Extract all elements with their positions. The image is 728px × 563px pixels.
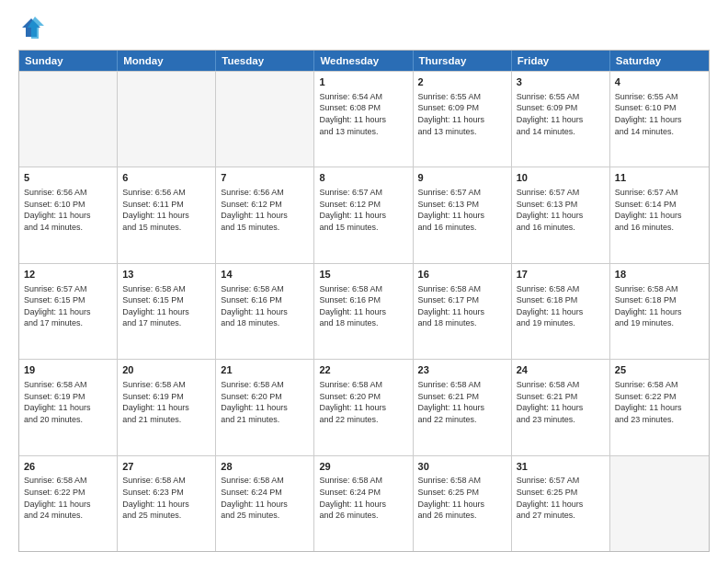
day-number: 31 (517, 460, 605, 474)
calendar-day-11: 11Sunrise: 6:57 AM Sunset: 6:14 PM Dayli… (610, 167, 709, 262)
header (18, 15, 710, 40)
day-info: Sunrise: 6:58 AM Sunset: 6:18 PM Dayligh… (615, 283, 704, 329)
day-info: Sunrise: 6:58 AM Sunset: 6:24 PM Dayligh… (221, 475, 309, 521)
calendar-day-24: 24Sunrise: 6:58 AM Sunset: 6:21 PM Dayli… (512, 360, 610, 454)
day-header-sunday: Sunday (19, 51, 118, 71)
day-number: 17 (517, 268, 605, 282)
calendar-day-empty-0-0 (19, 72, 118, 167)
day-info: Sunrise: 6:58 AM Sunset: 6:23 PM Dayligh… (122, 475, 210, 521)
calendar-body: 1Sunrise: 6:54 AM Sunset: 6:08 PM Daylig… (19, 71, 709, 551)
day-info: Sunrise: 6:58 AM Sunset: 6:21 PM Dayligh… (418, 379, 506, 425)
day-info: Sunrise: 6:57 AM Sunset: 6:13 PM Dayligh… (517, 187, 605, 233)
calendar-day-5: 5Sunrise: 6:56 AM Sunset: 6:10 PM Daylig… (19, 167, 118, 262)
day-info: Sunrise: 6:58 AM Sunset: 6:15 PM Dayligh… (122, 283, 210, 329)
day-info: Sunrise: 6:58 AM Sunset: 6:25 PM Dayligh… (418, 475, 506, 521)
calendar-day-4: 4Sunrise: 6:55 AM Sunset: 6:10 PM Daylig… (610, 72, 709, 167)
calendar-day-27: 27Sunrise: 6:58 AM Sunset: 6:23 PM Dayli… (118, 456, 216, 551)
calendar-day-12: 12Sunrise: 6:57 AM Sunset: 6:15 PM Dayli… (19, 264, 118, 359)
calendar-day-empty-0-1 (118, 72, 216, 167)
calendar-day-18: 18Sunrise: 6:58 AM Sunset: 6:18 PM Dayli… (610, 264, 709, 359)
day-number: 6 (122, 171, 210, 185)
calendar-day-13: 13Sunrise: 6:58 AM Sunset: 6:15 PM Dayli… (118, 264, 216, 359)
day-info: Sunrise: 6:58 AM Sunset: 6:16 PM Dayligh… (221, 283, 309, 329)
day-number: 19 (24, 363, 112, 377)
day-number: 9 (418, 171, 506, 185)
calendar-week-2: 5Sunrise: 6:56 AM Sunset: 6:10 PM Daylig… (19, 167, 709, 262)
day-info: Sunrise: 6:58 AM Sunset: 6:17 PM Dayligh… (418, 283, 506, 329)
calendar-day-21: 21Sunrise: 6:58 AM Sunset: 6:20 PM Dayli… (216, 360, 314, 454)
day-number: 22 (319, 363, 407, 377)
calendar-day-1: 1Sunrise: 6:54 AM Sunset: 6:08 PM Daylig… (314, 72, 413, 167)
day-number: 7 (221, 171, 309, 185)
logo-icon (18, 15, 44, 40)
day-number: 25 (615, 363, 704, 377)
calendar-week-3: 12Sunrise: 6:57 AM Sunset: 6:15 PM Dayli… (19, 263, 709, 359)
day-number: 28 (221, 460, 309, 474)
calendar-day-30: 30Sunrise: 6:58 AM Sunset: 6:25 PM Dayli… (414, 456, 512, 551)
day-number: 27 (122, 460, 210, 474)
day-info: Sunrise: 6:56 AM Sunset: 6:10 PM Dayligh… (24, 187, 112, 233)
day-info: Sunrise: 6:58 AM Sunset: 6:19 PM Dayligh… (24, 379, 112, 425)
day-number: 29 (319, 460, 407, 474)
page: SundayMondayTuesdayWednesdayThursdayFrid… (0, 0, 728, 563)
calendar-header-row: SundayMondayTuesdayWednesdayThursdayFrid… (19, 51, 709, 71)
day-number: 20 (122, 363, 210, 377)
calendar-day-9: 9Sunrise: 6:57 AM Sunset: 6:13 PM Daylig… (414, 167, 512, 262)
logo (18, 15, 48, 40)
calendar-week-1: 1Sunrise: 6:54 AM Sunset: 6:08 PM Daylig… (19, 71, 709, 167)
calendar-week-5: 26Sunrise: 6:58 AM Sunset: 6:22 PM Dayli… (19, 455, 709, 551)
calendar-day-14: 14Sunrise: 6:58 AM Sunset: 6:16 PM Dayli… (216, 264, 314, 359)
calendar-week-4: 19Sunrise: 6:58 AM Sunset: 6:19 PM Dayli… (19, 359, 709, 454)
day-info: Sunrise: 6:55 AM Sunset: 6:10 PM Dayligh… (615, 91, 704, 137)
day-number: 24 (517, 363, 605, 377)
calendar: SundayMondayTuesdayWednesdayThursdayFrid… (18, 50, 710, 552)
calendar-day-31: 31Sunrise: 6:57 AM Sunset: 6:25 PM Dayli… (512, 456, 610, 551)
day-number: 1 (319, 75, 407, 89)
calendar-day-10: 10Sunrise: 6:57 AM Sunset: 6:13 PM Dayli… (512, 167, 610, 262)
calendar-day-25: 25Sunrise: 6:58 AM Sunset: 6:22 PM Dayli… (610, 360, 709, 454)
day-number: 21 (221, 363, 309, 377)
day-number: 11 (615, 171, 704, 185)
calendar-day-16: 16Sunrise: 6:58 AM Sunset: 6:17 PM Dayli… (414, 264, 512, 359)
calendar-day-6: 6Sunrise: 6:56 AM Sunset: 6:11 PM Daylig… (118, 167, 216, 262)
calendar-day-7: 7Sunrise: 6:56 AM Sunset: 6:12 PM Daylig… (216, 167, 314, 262)
day-info: Sunrise: 6:58 AM Sunset: 6:21 PM Dayligh… (517, 379, 605, 425)
day-number: 15 (319, 268, 407, 282)
day-info: Sunrise: 6:58 AM Sunset: 6:22 PM Dayligh… (24, 475, 112, 521)
day-info: Sunrise: 6:58 AM Sunset: 6:20 PM Dayligh… (319, 379, 407, 425)
calendar-day-19: 19Sunrise: 6:58 AM Sunset: 6:19 PM Dayli… (19, 360, 118, 454)
calendar-day-empty-0-2 (216, 72, 314, 167)
day-info: Sunrise: 6:58 AM Sunset: 6:20 PM Dayligh… (221, 379, 309, 425)
calendar-day-2: 2Sunrise: 6:55 AM Sunset: 6:09 PM Daylig… (414, 72, 512, 167)
calendar-day-15: 15Sunrise: 6:58 AM Sunset: 6:16 PM Dayli… (314, 264, 413, 359)
day-number: 30 (418, 460, 506, 474)
day-header-friday: Friday (512, 51, 610, 71)
day-header-wednesday: Wednesday (314, 51, 413, 71)
day-info: Sunrise: 6:58 AM Sunset: 6:18 PM Dayligh… (517, 283, 605, 329)
day-number: 3 (517, 75, 605, 89)
calendar-day-20: 20Sunrise: 6:58 AM Sunset: 6:19 PM Dayli… (118, 360, 216, 454)
calendar-day-28: 28Sunrise: 6:58 AM Sunset: 6:24 PM Dayli… (216, 456, 314, 551)
calendar-day-17: 17Sunrise: 6:58 AM Sunset: 6:18 PM Dayli… (512, 264, 610, 359)
calendar-day-empty-4-6 (610, 456, 709, 551)
day-info: Sunrise: 6:58 AM Sunset: 6:16 PM Dayligh… (319, 283, 407, 329)
day-number: 5 (24, 171, 112, 185)
day-header-tuesday: Tuesday (216, 51, 314, 71)
day-info: Sunrise: 6:57 AM Sunset: 6:25 PM Dayligh… (517, 475, 605, 521)
day-number: 26 (24, 460, 112, 474)
day-info: Sunrise: 6:54 AM Sunset: 6:08 PM Dayligh… (319, 91, 407, 137)
day-number: 10 (517, 171, 605, 185)
day-header-monday: Monday (118, 51, 216, 71)
day-info: Sunrise: 6:58 AM Sunset: 6:19 PM Dayligh… (122, 379, 210, 425)
day-info: Sunrise: 6:58 AM Sunset: 6:24 PM Dayligh… (319, 475, 407, 521)
day-header-thursday: Thursday (414, 51, 512, 71)
day-info: Sunrise: 6:57 AM Sunset: 6:12 PM Dayligh… (319, 187, 407, 233)
calendar-day-3: 3Sunrise: 6:55 AM Sunset: 6:09 PM Daylig… (512, 72, 610, 167)
day-number: 18 (615, 268, 704, 282)
day-number: 12 (24, 268, 112, 282)
day-info: Sunrise: 6:58 AM Sunset: 6:22 PM Dayligh… (615, 379, 704, 425)
day-number: 14 (221, 268, 309, 282)
day-info: Sunrise: 6:57 AM Sunset: 6:15 PM Dayligh… (24, 283, 112, 329)
day-info: Sunrise: 6:56 AM Sunset: 6:12 PM Dayligh… (221, 187, 309, 233)
day-number: 8 (319, 171, 407, 185)
